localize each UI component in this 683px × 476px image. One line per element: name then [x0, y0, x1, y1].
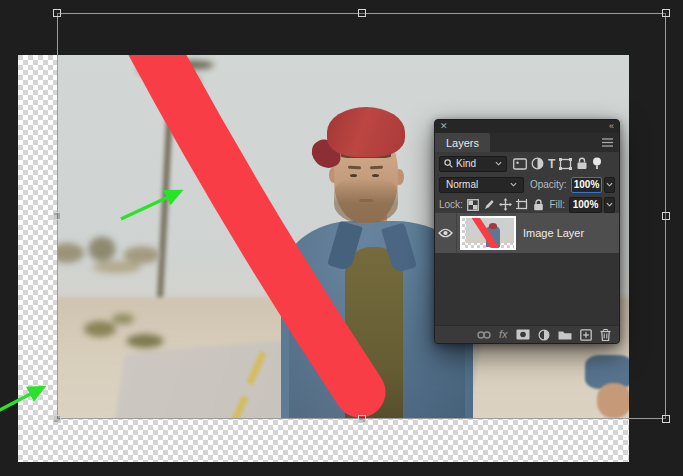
filter-pixel-layers-icon[interactable]	[513, 158, 527, 170]
lock-position-move-icon[interactable]	[499, 198, 512, 211]
lock-pixels-brush-icon[interactable]	[483, 199, 495, 211]
panel-tab-row: Layers	[435, 133, 619, 152]
opacity-value: 100%	[574, 179, 600, 190]
tab-layers-label: Layers	[446, 137, 479, 149]
layer-list: Image Layer	[435, 213, 619, 326]
transform-handle-top-left[interactable]	[53, 9, 61, 17]
eye-icon	[438, 228, 453, 238]
lock-transparency-icon[interactable]	[467, 199, 479, 211]
blend-opacity-row: Normal Opacity: 100%	[435, 176, 619, 193]
transform-handle-top-right[interactable]	[662, 9, 670, 17]
photoshop-workspace: { "colors": { "desktop-bg": "#1e1e1e", "…	[0, 0, 683, 476]
filter-type-layers-icon[interactable]: T	[548, 158, 555, 170]
layer-filter-row: Kind T	[435, 155, 619, 172]
new-layer-icon[interactable]	[580, 329, 592, 341]
lock-artboard-icon[interactable]	[516, 199, 529, 211]
transform-handle-bottom-middle[interactable]	[358, 415, 366, 423]
filter-adjustment-layers-icon[interactable]	[531, 157, 544, 170]
layer-visibility-toggle[interactable]	[435, 213, 457, 253]
filter-type-icons: T	[513, 157, 602, 170]
filter-kind-label: Kind	[456, 158, 476, 169]
opacity-label: Opacity:	[530, 179, 567, 190]
panel-bottom-bar: fx	[435, 325, 619, 343]
layer-style-fx-button[interactable]: fx	[499, 329, 508, 340]
transform-handle-bottom-left[interactable]	[53, 415, 61, 423]
chevron-down-icon	[606, 182, 613, 187]
chevron-down-icon	[495, 161, 502, 166]
fill-value-field[interactable]: 100%	[569, 197, 602, 213]
lock-icons	[467, 198, 544, 211]
link-layers-icon[interactable]	[477, 331, 491, 339]
filter-toggle-icon[interactable]	[592, 157, 602, 170]
chevron-down-icon	[606, 202, 613, 207]
filter-shape-layers-icon[interactable]	[559, 158, 572, 170]
fill-dropdown-button[interactable]	[604, 197, 615, 213]
add-layer-mask-icon[interactable]	[516, 329, 530, 340]
lock-all-padlock-icon[interactable]	[533, 199, 544, 211]
panel-titlebar[interactable]: ✕ «	[435, 120, 619, 133]
chevron-down-icon	[510, 182, 517, 187]
new-adjustment-layer-icon[interactable]	[538, 329, 550, 341]
fill-label: Fill:	[549, 199, 565, 210]
layer-name[interactable]: Image Layer	[523, 227, 584, 239]
collapse-icon[interactable]: «	[609, 122, 614, 131]
blend-mode-value: Normal	[446, 179, 478, 190]
layers-panel: ✕ « Layers Kind T Normal Opa	[434, 119, 620, 344]
panel-menu-icon[interactable]	[602, 138, 613, 147]
thumbnail-cap	[489, 223, 497, 229]
opacity-value-field[interactable]: 100%	[571, 177, 603, 193]
opacity-dropdown-button[interactable]	[604, 177, 615, 193]
new-group-folder-icon[interactable]	[558, 329, 572, 340]
blend-mode-dropdown[interactable]: Normal	[439, 177, 524, 193]
delete-layer-trash-icon[interactable]	[600, 329, 611, 341]
transform-handle-bottom-right[interactable]	[662, 415, 670, 423]
transform-handle-top-middle[interactable]	[358, 9, 366, 17]
tab-layers[interactable]: Layers	[435, 133, 490, 152]
filter-smart-object-icon[interactable]	[576, 157, 588, 170]
lock-label: Lock:	[439, 199, 463, 210]
close-icon[interactable]: ✕	[440, 122, 448, 131]
transform-handle-middle-right[interactable]	[662, 212, 670, 220]
fill-value: 100%	[573, 199, 599, 210]
search-icon	[444, 159, 453, 168]
layer-row-image-layer[interactable]: Image Layer	[435, 213, 619, 253]
layer-thumbnail[interactable]	[460, 216, 516, 250]
lock-fill-row: Lock: Fill: 100%	[435, 197, 619, 212]
transform-handle-middle-left[interactable]	[53, 212, 61, 220]
filter-kind-dropdown[interactable]: Kind	[439, 156, 507, 172]
